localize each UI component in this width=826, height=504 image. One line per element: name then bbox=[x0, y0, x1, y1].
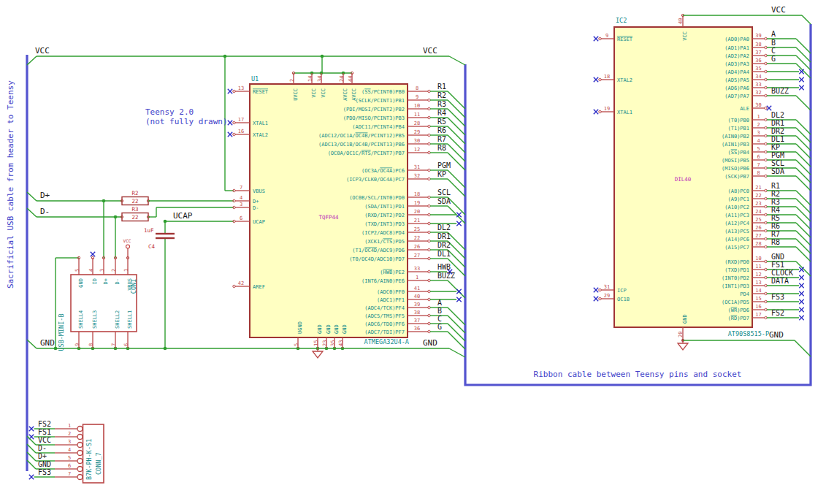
pin-end-circle bbox=[765, 300, 767, 302]
u1-pin-number: 15 bbox=[313, 340, 319, 346]
net-label-D-: D- bbox=[38, 444, 47, 452]
pin-end-circle bbox=[428, 151, 430, 153]
bus-entry bbox=[796, 128, 811, 142]
ic2-pin-number: 21 bbox=[755, 185, 761, 191]
net-label-KP: KP bbox=[771, 143, 780, 151]
u1-pin-number: 26 bbox=[414, 244, 420, 250]
ic2-pin-number: 15 bbox=[755, 296, 761, 302]
u1-pin-name: (ADC13/OC1B/OC4B/PCINT13)PB6 bbox=[318, 142, 405, 148]
u1-pin-name: (ADC0)PF0 bbox=[377, 289, 405, 295]
u1-pin-number: 1 bbox=[416, 275, 418, 280]
conn7-pin-circle bbox=[77, 475, 83, 480]
ic2-pin-number: 10 bbox=[755, 256, 761, 261]
net-label-FS3: FS3 bbox=[38, 468, 51, 476]
bus-entry bbox=[796, 191, 811, 205]
con1-pin-name: SHELL1 bbox=[127, 310, 133, 329]
u1-pin-number: 18 bbox=[414, 191, 420, 197]
u1-pin-name: (OC0A/OC1C/RTS/PCINT7)PB7 bbox=[328, 150, 405, 156]
pin-end-circle bbox=[765, 126, 767, 129]
u1-pin-number: 24 bbox=[339, 76, 345, 82]
net-label-B: B bbox=[437, 307, 442, 315]
resistor-r3-value: 22 bbox=[131, 214, 138, 221]
conn7-value: B7K-PH-K-S1 bbox=[85, 439, 93, 480]
ic2-pin-name: GND bbox=[682, 314, 688, 324]
pin-end-circle bbox=[765, 62, 767, 64]
bus-entry bbox=[449, 56, 465, 65]
con1-pin-number: 3 bbox=[99, 269, 105, 272]
ic2-pin-number: 6 bbox=[757, 154, 760, 160]
net-label-SCL: SCL bbox=[771, 159, 784, 167]
u1-pin-number: 21 bbox=[414, 218, 420, 224]
ic2-pin-name: VCC bbox=[682, 31, 688, 41]
u1-pin-name: AREF bbox=[253, 284, 265, 290]
u1-pin-number: 40 bbox=[414, 294, 420, 299]
con1-pin-number: 8 bbox=[88, 343, 94, 346]
ic2-pin-number: 39 bbox=[755, 33, 761, 39]
net-label-gnd: GND bbox=[423, 338, 437, 348]
pin-end-circle bbox=[765, 245, 767, 248]
pin-end-circle bbox=[765, 268, 767, 270]
pin-end-circle bbox=[765, 205, 767, 207]
u1-pin-name: (PDO/MISO/PCINT3)PB3 bbox=[343, 115, 405, 121]
pin-end-circle bbox=[599, 78, 601, 80]
net-label-PGM: PGM bbox=[771, 151, 784, 159]
ic2-pin-name: (WR)PD6 bbox=[727, 308, 749, 313]
net-label-dminus: D- bbox=[40, 207, 50, 216]
bus-entry bbox=[448, 126, 465, 144]
net-label-R5: R5 bbox=[771, 214, 780, 222]
pin-end-circle bbox=[233, 90, 235, 92]
u1-pin-number: 4 bbox=[240, 195, 242, 201]
ic2-pin-number: 37 bbox=[755, 50, 761, 56]
pin-end-circle bbox=[765, 46, 767, 48]
pin-end-circle bbox=[428, 213, 430, 215]
ic2-pin-name: (A12)PC4 bbox=[724, 221, 749, 226]
conn7-pin-number: 1 bbox=[68, 423, 71, 429]
con1-pin-number: 5 bbox=[74, 269, 80, 272]
schematic-page: VCCVCCGNDGNDD+D-R222R322UCAP1uFC45GND4ID… bbox=[0, 0, 826, 504]
net-label-gnd: GND bbox=[769, 330, 784, 340]
bus-entry bbox=[796, 160, 811, 175]
bus-entry bbox=[796, 261, 811, 276]
conn7-pin-circle bbox=[77, 443, 83, 448]
ic2-ref: IC2 bbox=[616, 17, 627, 24]
bus-entry bbox=[448, 135, 465, 153]
ic2-pin-name: RESET bbox=[617, 37, 633, 42]
pin-end-circle bbox=[765, 284, 767, 286]
net-label-R5: R5 bbox=[437, 118, 446, 126]
u1-ref: U1 bbox=[251, 75, 259, 83]
u1-pin-number: 17 bbox=[238, 117, 244, 123]
bus-entry bbox=[796, 215, 811, 229]
net-label-PGM: PGM bbox=[437, 161, 451, 169]
c4-ref: C4 bbox=[148, 243, 156, 250]
u1-pin-name: VBUS bbox=[253, 188, 265, 194]
pin-end-circle bbox=[428, 257, 430, 259]
ic2-pin-name: (SS)PB4 bbox=[727, 150, 749, 156]
pin-end-circle bbox=[428, 298, 430, 300]
ic2-pin-name: (AD0)PA0 bbox=[724, 37, 749, 42]
net-label-VCC: VCC bbox=[38, 436, 51, 444]
u1-pin-name: UGND bbox=[297, 321, 303, 334]
ic2-pin-number: 13 bbox=[755, 280, 761, 286]
conn7-ref: CONN_7 bbox=[95, 452, 102, 475]
pin-end-circle bbox=[765, 70, 767, 72]
u1-pin-number: 41 bbox=[414, 286, 420, 291]
net-label-BUZZ: BUZZ bbox=[771, 87, 789, 95]
u1-pin-number: 42 bbox=[238, 280, 244, 286]
ic2-pin-name: (A14)PC6 bbox=[724, 237, 749, 243]
pin-end-circle bbox=[765, 118, 767, 121]
u1-pin-name: (ADC6/TDO)PF6 bbox=[364, 321, 405, 327]
pin-end-circle bbox=[765, 134, 767, 137]
bus-entry bbox=[796, 168, 811, 183]
ic2-pin-number: 18 bbox=[604, 74, 610, 80]
pin-end-circle bbox=[765, 221, 767, 224]
net-label-G: G bbox=[437, 323, 442, 331]
bus-entry bbox=[796, 152, 811, 167]
net-label-FS2: FS2 bbox=[771, 309, 784, 317]
pin-end-circle bbox=[765, 213, 767, 215]
con1-pin-number: 6 bbox=[123, 343, 129, 346]
pin-end-circle bbox=[599, 297, 601, 299]
pin-end-circle bbox=[428, 270, 430, 272]
pin-end-circle bbox=[599, 110, 601, 112]
net-label-R2: R2 bbox=[771, 190, 780, 198]
bus-entry bbox=[27, 192, 37, 201]
